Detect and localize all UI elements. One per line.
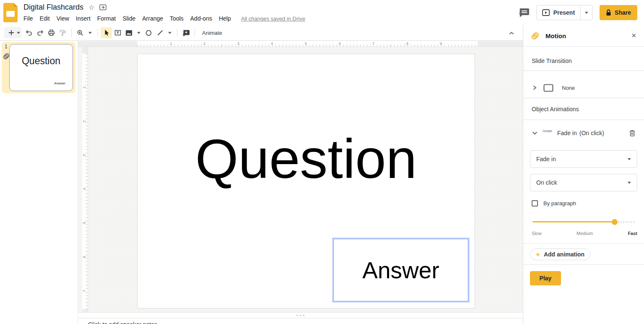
slide-transition-row[interactable]: None (523, 78, 644, 98)
delete-animation-icon[interactable] (629, 129, 636, 137)
toolbar-divider (177, 29, 177, 37)
slide-filmstrip: 1 Question Answer (0, 41, 78, 324)
animation-item-row[interactable]: Answ Fade in (On click) (523, 126, 644, 140)
object-animations-label: Object Animations (532, 106, 579, 112)
caret-down-icon (168, 32, 171, 34)
present-split-button: Present (536, 5, 593, 20)
by-paragraph-checkbox[interactable] (532, 200, 538, 206)
editor-canvas: 1 2 3 4 5 6 7 8 9 1 2 3 4 5 6 7 Question… (78, 41, 523, 324)
chevron-down-icon[interactable] (532, 130, 538, 136)
share-button[interactable]: Share (600, 5, 637, 20)
speaker-notes-area[interactable]: Click to add speaker notes (78, 319, 523, 324)
menu-view[interactable]: View (53, 14, 73, 23)
panel-divider (523, 71, 644, 71)
effect-dropdown-value: Fade in (536, 156, 556, 162)
menu-tools[interactable]: Tools (166, 14, 187, 23)
play-button[interactable]: Play (530, 271, 561, 285)
insert-image-button[interactable] (123, 27, 135, 38)
toolbar-divider (97, 29, 98, 37)
caret-down-icon (88, 32, 92, 34)
app-header: Digital Flashcards ☆ File Edit View Inse… (0, 0, 644, 25)
ruler-number: 2 (82, 120, 86, 122)
menu-slide[interactable]: Slide (119, 14, 139, 23)
star-icon[interactable]: ☆ (88, 4, 94, 11)
print-button[interactable] (46, 27, 57, 38)
menu-addons[interactable]: Add-ons (187, 14, 216, 23)
ruler-number: 6 (82, 256, 86, 258)
add-animation-button[interactable]: + Add animation (530, 248, 590, 260)
speaker-notes-resize-handle[interactable] (78, 312, 523, 318)
menu-insert[interactable]: Insert (73, 14, 94, 23)
caret-down-icon (585, 12, 588, 14)
answer-text-box-selected[interactable]: Answer (333, 239, 468, 301)
toolbar-divider (71, 29, 72, 37)
menu-arrange[interactable]: Arrange (139, 14, 166, 23)
close-panel-icon[interactable]: ✕ (631, 32, 636, 39)
zoom-caret[interactable] (86, 27, 94, 38)
ruler-number: 9 (440, 42, 442, 46)
present-icon (542, 9, 550, 16)
insert-image-caret[interactable] (135, 27, 143, 38)
menu-file[interactable]: File (20, 14, 36, 23)
plus-icon (5, 27, 17, 38)
text-box-tool-button[interactable] (112, 27, 123, 38)
caret-down-icon (628, 158, 631, 160)
menu-format[interactable]: Format (94, 14, 119, 23)
drag-handle-dot (300, 315, 301, 316)
collapse-toolbar-button[interactable] (506, 28, 517, 39)
menu-edit[interactable]: Edit (36, 14, 53, 23)
line-tool-button[interactable] (154, 27, 166, 38)
add-animation-label: Add animation (544, 251, 584, 258)
ruler-number: 5 (82, 222, 86, 224)
move-to-folder-icon[interactable] (99, 4, 106, 10)
effect-dropdown[interactable]: Fade in (530, 150, 637, 168)
ruler-number: 3 (237, 42, 239, 46)
animation-target-preview: Answ (543, 129, 552, 133)
saved-status-link[interactable]: All changes saved in Drive (241, 16, 305, 22)
animation-trigger-label: (On click) (579, 130, 604, 136)
ruler-number: 2 (203, 42, 205, 46)
play-label: Play (540, 275, 552, 282)
shape-tool-button[interactable] (143, 27, 154, 38)
present-label: Present (553, 9, 575, 16)
undo-button[interactable] (23, 27, 34, 38)
menu-help[interactable]: Help (216, 14, 234, 23)
slides-logo[interactable] (3, 3, 18, 22)
speed-slider[interactable] (532, 219, 635, 225)
present-button[interactable]: Present (537, 5, 580, 20)
horizontal-ruler: 1 2 3 4 5 6 7 8 9 (78, 41, 523, 47)
comments-icon[interactable] (519, 8, 530, 18)
zoom-button[interactable] (75, 27, 86, 38)
question-text-box[interactable]: Question (138, 126, 475, 192)
select-tool-button[interactable] (101, 27, 112, 38)
new-slide-button[interactable] (4, 27, 21, 38)
ruler-number: 8 (406, 42, 408, 46)
panel-divider (523, 264, 644, 265)
transition-value: None (562, 85, 575, 91)
document-title[interactable]: Digital Flashcards (23, 3, 83, 12)
redo-button[interactable] (34, 27, 46, 38)
ruler-number: 1 (170, 42, 172, 46)
speed-labels: Slow Medium Fast (532, 231, 637, 236)
insert-comment-button[interactable] (180, 27, 192, 38)
slide-number: 1 (5, 44, 8, 50)
trigger-dropdown[interactable]: On click (530, 174, 637, 191)
paint-format-button[interactable] (57, 27, 68, 38)
ruler-number: 1 (82, 86, 86, 88)
menubar: File Edit View Insert Format Slide Arran… (20, 14, 305, 23)
panel-divider (523, 120, 644, 120)
panel-title: Motion (545, 32, 566, 39)
slide-thumbnail[interactable]: Question Answer (9, 44, 73, 91)
chevron-right-icon[interactable] (532, 85, 538, 91)
present-dropdown-caret[interactable] (581, 5, 592, 20)
speed-label-medium: Medium (576, 231, 593, 236)
line-tool-caret[interactable] (166, 27, 174, 38)
by-paragraph-label: By paragraph (543, 200, 576, 206)
panel-divider (523, 98, 644, 98)
animate-button[interactable]: Animate (202, 30, 222, 36)
slider-thumb[interactable] (612, 219, 618, 225)
slide-page[interactable]: Question Answer (137, 54, 475, 308)
plus-icon: + (536, 251, 540, 258)
ruler-number: 3 (82, 154, 86, 156)
vertical-ruler-ticks (82, 54, 88, 309)
